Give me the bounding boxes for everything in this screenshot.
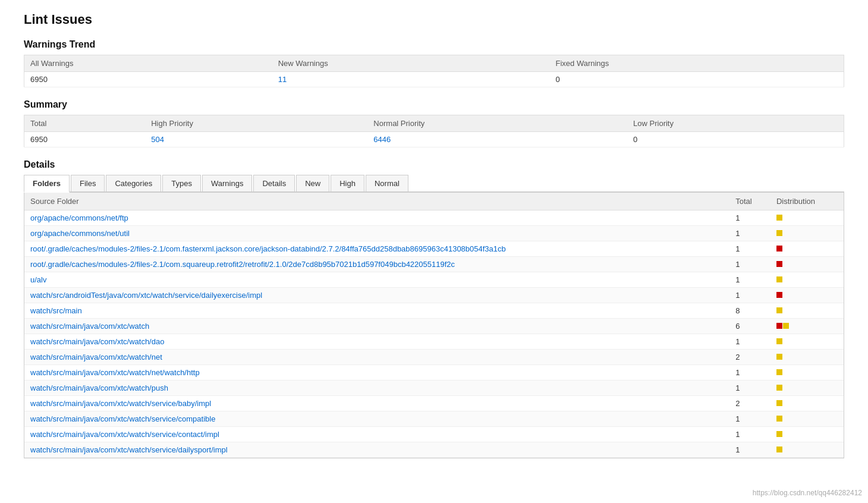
folder-link[interactable]: watch/src/main/java/com/xtc/watch/net/wa… bbox=[30, 368, 200, 377]
folder-link[interactable]: watch/src/main bbox=[30, 306, 82, 315]
col-normal-priority: Normal Priority bbox=[367, 115, 627, 132]
folder-link[interactable]: watch/src/main/java/com/xtc/watch bbox=[30, 322, 149, 331]
total-cell: 2 bbox=[729, 350, 770, 365]
folder-link[interactable]: org/apache/commons/net/util bbox=[30, 229, 130, 238]
table-row: watch/src/main/java/com/xtc/watch/servic… bbox=[24, 427, 844, 442]
summary-table: Total High Priority Normal Priority Low … bbox=[24, 115, 844, 147]
dist-bar bbox=[776, 431, 782, 437]
folder-cell: watch/src/main/java/com/xtc/watch/push bbox=[24, 381, 729, 396]
tab-high[interactable]: High bbox=[331, 175, 364, 191]
total-cell: 1 bbox=[729, 381, 770, 396]
folder-link[interactable]: watch/src/androidTest/java/com/xtc/watch… bbox=[30, 291, 262, 300]
tab-normal[interactable]: Normal bbox=[366, 175, 408, 191]
total-cell: 8 bbox=[729, 303, 770, 319]
col-low-priority: Low Priority bbox=[627, 115, 844, 132]
folder-link[interactable]: watch/src/main/java/com/xtc/watch/servic… bbox=[30, 445, 228, 454]
folder-cell: watch/src/main/java/com/xtc/watch/servic… bbox=[24, 442, 729, 458]
total-cell: 1 bbox=[729, 241, 770, 257]
folder-link[interactable]: org/apache/commons/net/ftp bbox=[30, 213, 128, 222]
dist-bar bbox=[776, 276, 782, 282]
folder-cell: root/.gradle/caches/modules-2/files-2.1/… bbox=[24, 241, 729, 257]
tab-categories[interactable]: Categories bbox=[106, 175, 161, 191]
dist-bar bbox=[776, 447, 782, 452]
folders-col-source: Source Folder bbox=[24, 193, 729, 210]
dist-square-yellow bbox=[776, 215, 782, 221]
dist-bar bbox=[776, 385, 782, 391]
new-warnings-link[interactable]: 11 bbox=[278, 75, 287, 84]
dist-bar bbox=[776, 369, 782, 375]
folders-table: Source Folder Total Distribution org/apa… bbox=[24, 193, 844, 458]
table-row: watch/src/main/java/com/xtc/watch6 bbox=[24, 319, 844, 334]
tab-content: Source Folder Total Distribution org/apa… bbox=[24, 193, 844, 458]
tab-details[interactable]: Details bbox=[253, 175, 295, 191]
high-priority-value: 504 bbox=[145, 132, 367, 147]
table-row: org/apache/commons/net/ftp1 bbox=[24, 210, 844, 226]
folder-link[interactable]: watch/src/main/java/com/xtc/watch/servic… bbox=[30, 414, 215, 423]
table-row: watch/src/main/java/com/xtc/watch/net/wa… bbox=[24, 365, 844, 381]
dist-square-yellow bbox=[776, 400, 782, 406]
distribution-cell bbox=[770, 334, 844, 350]
folder-link[interactable]: u/alv bbox=[30, 275, 46, 284]
details-heading: Details bbox=[24, 159, 844, 170]
folder-link[interactable]: root/.gradle/caches/modules-2/files-2.1/… bbox=[30, 244, 506, 253]
folder-link[interactable]: watch/src/main/java/com/xtc/watch/servic… bbox=[30, 399, 211, 408]
table-row: watch/src/main/java/com/xtc/watch/servic… bbox=[24, 396, 844, 411]
folder-link[interactable]: watch/src/main/java/com/xtc/watch/push bbox=[30, 383, 168, 392]
dist-square-yellow bbox=[776, 338, 782, 344]
high-priority-link[interactable]: 504 bbox=[151, 135, 164, 144]
total-cell: 1 bbox=[729, 210, 770, 226]
folder-cell: watch/src/main/java/com/xtc/watch/net bbox=[24, 350, 729, 365]
table-row: watch/src/main/java/com/xtc/watch/push1 bbox=[24, 381, 844, 396]
total-cell: 1 bbox=[729, 442, 770, 458]
folder-link[interactable]: root/.gradle/caches/modules-2/files-2.1/… bbox=[30, 260, 455, 269]
distribution-cell bbox=[770, 257, 844, 272]
page-title: Lint Issues bbox=[24, 12, 844, 27]
total-cell: 1 bbox=[729, 427, 770, 442]
dist-square-yellow bbox=[783, 323, 789, 329]
total-cell: 6 bbox=[729, 319, 770, 334]
col-all-warnings: All Warnings bbox=[24, 55, 272, 72]
folder-link[interactable]: watch/src/main/java/com/xtc/watch/net bbox=[30, 353, 162, 361]
table-row: watch/src/main/java/com/xtc/watch/dao1 bbox=[24, 334, 844, 350]
folder-cell: org/apache/commons/net/util bbox=[24, 226, 729, 241]
distribution-cell bbox=[770, 272, 844, 288]
details-tabs: FoldersFilesCategoriesTypesWarningsDetai… bbox=[24, 175, 844, 193]
total-cell: 1 bbox=[729, 411, 770, 427]
col-high-priority: High Priority bbox=[145, 115, 367, 132]
tab-types[interactable]: Types bbox=[162, 175, 201, 191]
table-row: watch/src/main/java/com/xtc/watch/net2 bbox=[24, 350, 844, 365]
tab-new[interactable]: New bbox=[296, 175, 329, 191]
folder-link[interactable]: watch/src/main/java/com/xtc/watch/servic… bbox=[30, 430, 219, 439]
distribution-cell bbox=[770, 303, 844, 319]
table-row: watch/src/main8 bbox=[24, 303, 844, 319]
folder-cell: root/.gradle/caches/modules-2/files-2.1/… bbox=[24, 257, 729, 272]
distribution-cell bbox=[770, 210, 844, 226]
table-row: root/.gradle/caches/modules-2/files-2.1/… bbox=[24, 257, 844, 272]
dist-bar bbox=[776, 215, 782, 221]
folder-cell: org/apache/commons/net/ftp bbox=[24, 210, 729, 226]
folder-cell: watch/src/main/java/com/xtc/watch/servic… bbox=[24, 396, 729, 411]
dist-bar bbox=[776, 354, 782, 360]
tab-folders[interactable]: Folders bbox=[24, 175, 70, 193]
tab-files[interactable]: Files bbox=[71, 175, 105, 191]
folder-cell: watch/src/main bbox=[24, 303, 729, 319]
dist-square-red bbox=[776, 261, 782, 267]
distribution-cell bbox=[770, 350, 844, 365]
dist-square-yellow bbox=[776, 307, 782, 313]
distribution-cell bbox=[770, 226, 844, 241]
warnings-trend-heading: Warnings Trend bbox=[24, 39, 844, 50]
fixed-warnings-value: 0 bbox=[549, 72, 844, 87]
warnings-trend-table: All Warnings New Warnings Fixed Warnings… bbox=[24, 55, 844, 87]
tab-warnings[interactable]: Warnings bbox=[202, 175, 252, 191]
dist-bar bbox=[776, 323, 789, 329]
dist-square-yellow bbox=[776, 369, 782, 375]
normal-priority-link[interactable]: 6446 bbox=[373, 135, 391, 144]
normal-priority-value: 6446 bbox=[367, 132, 627, 147]
col-new-warnings: New Warnings bbox=[272, 55, 550, 72]
folder-link[interactable]: watch/src/main/java/com/xtc/watch/dao bbox=[30, 337, 164, 346]
distribution-cell bbox=[770, 381, 844, 396]
table-row: watch/src/main/java/com/xtc/watch/servic… bbox=[24, 442, 844, 458]
total-cell: 1 bbox=[729, 226, 770, 241]
dist-square-yellow bbox=[776, 431, 782, 437]
dist-square-yellow bbox=[776, 276, 782, 282]
